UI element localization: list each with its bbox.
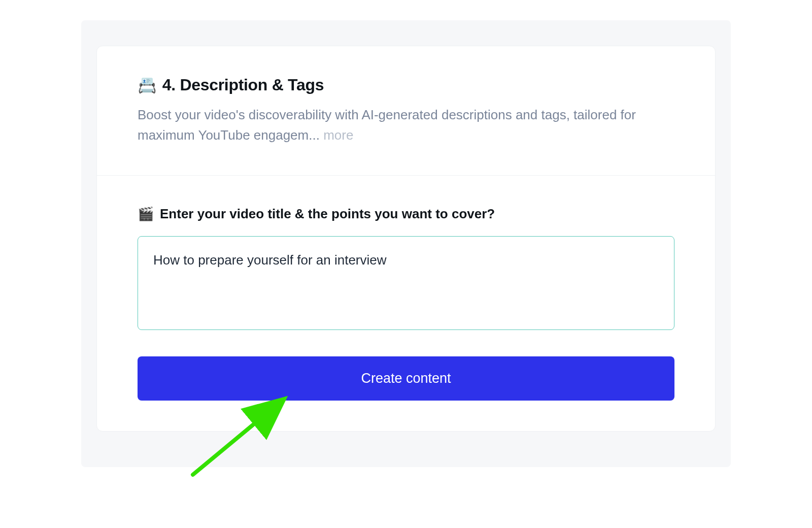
page-wrapper: 📇 4. Description & Tags Boost your video… [81, 20, 731, 467]
description-tags-card: 📇 4. Description & Tags Boost your video… [96, 46, 716, 432]
video-title-label-text: Enter your video title & the points you … [160, 206, 495, 222]
create-content-button[interactable]: Create content [138, 356, 674, 401]
section-subtitle-text: Boost your video's discoverability with … [138, 107, 636, 143]
card-index-icon: 📇 [138, 78, 156, 93]
section-title: 📇 4. Description & Tags [138, 76, 674, 94]
video-title-input[interactable] [138, 236, 674, 330]
card-header: 📇 4. Description & Tags Boost your video… [97, 46, 715, 176]
clapper-icon: 🎬 [138, 207, 154, 220]
video-title-label: 🎬 Enter your video title & the points yo… [138, 206, 674, 222]
more-link[interactable]: more [323, 127, 353, 143]
section-subtitle: Boost your video's discoverability with … [138, 105, 674, 146]
card-body: 🎬 Enter your video title & the points yo… [97, 176, 715, 431]
section-title-text: 4. Description & Tags [162, 76, 324, 94]
